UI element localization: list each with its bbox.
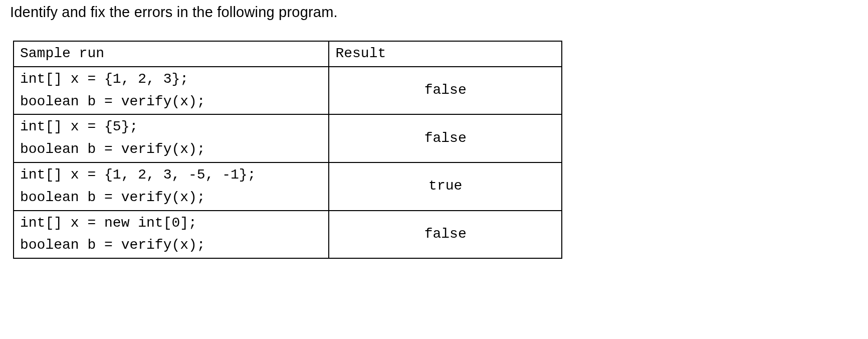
sample-run-cell: int[] x = {1, 2, 3}; boolean b = verify(… bbox=[14, 67, 329, 115]
code-line: boolean b = verify(x); bbox=[20, 91, 322, 113]
result-cell: false bbox=[329, 114, 562, 162]
code-line: int[] x = {5}; bbox=[20, 116, 322, 138]
table-row: int[] x = {5}; boolean b = verify(x); fa… bbox=[14, 114, 562, 162]
result-cell: false bbox=[329, 211, 562, 259]
sample-run-cell: int[] x = {1, 2, 3, -5, -1}; boolean b =… bbox=[14, 162, 329, 211]
result-cell: false bbox=[329, 67, 562, 115]
code-line: boolean b = verify(x); bbox=[20, 138, 322, 161]
code-line: boolean b = verify(x); bbox=[20, 234, 322, 257]
table-row: int[] x = new int[0]; boolean b = verify… bbox=[14, 211, 562, 259]
sample-run-cell: int[] x = new int[0]; boolean b = verify… bbox=[14, 211, 329, 259]
code-line: boolean b = verify(x); bbox=[20, 187, 322, 209]
code-line: int[] x = {1, 2, 3, -5, -1}; bbox=[20, 164, 322, 187]
table-row: int[] x = {1, 2, 3, -5, -1}; boolean b =… bbox=[14, 162, 562, 211]
code-line: int[] x = new int[0]; bbox=[20, 212, 322, 235]
code-line: int[] x = {1, 2, 3}; bbox=[20, 68, 322, 91]
sample-run-cell: int[] x = {5}; boolean b = verify(x); bbox=[14, 114, 329, 162]
result-cell: true bbox=[329, 162, 562, 211]
table-row: int[] x = {1, 2, 3}; boolean b = verify(… bbox=[14, 67, 562, 115]
sample-result-table: Sample run Result int[] x = {1, 2, 3}; b… bbox=[13, 41, 562, 259]
question-prompt: Identify and fix the errors in the follo… bbox=[10, 4, 858, 21]
header-result: Result bbox=[329, 41, 562, 67]
table-header-row: Sample run Result bbox=[14, 41, 562, 67]
header-sample-run: Sample run bbox=[14, 41, 329, 67]
